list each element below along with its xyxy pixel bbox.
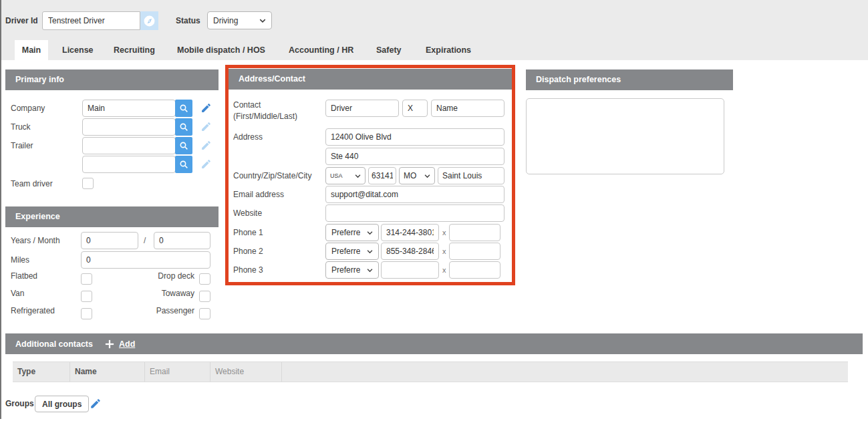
month-input[interactable] [154, 232, 210, 249]
additional-contacts-bar: Additional contacts Add [5, 333, 863, 354]
trailer2-edit-pencil-icon[interactable] [200, 158, 212, 170]
middle-name-input[interactable] [402, 100, 428, 117]
towaway-label: Towaway [120, 288, 194, 299]
company-edit-pencil-icon[interactable] [200, 102, 212, 114]
address-line2-input[interactable] [325, 148, 504, 165]
website-input[interactable] [325, 204, 504, 222]
zip-input[interactable] [368, 167, 396, 184]
last-name-input[interactable] [431, 100, 504, 117]
driver-id-input[interactable] [42, 11, 140, 30]
phone1-ext-label: x [442, 224, 446, 241]
column-header-type[interactable]: Type [13, 362, 70, 382]
country-zip-state-city-label: Country/Zip/State/City [233, 167, 311, 184]
tab-accounting-hr[interactable]: Accounting / HR [281, 40, 361, 60]
miles-input[interactable] [81, 251, 210, 269]
refrigerated-label: Refrigerated [11, 305, 55, 317]
email-label: Email address [233, 186, 284, 203]
refrigerated-checkbox[interactable] [81, 308, 92, 319]
phone2-type-value: Preferre [331, 247, 360, 256]
all-groups-button[interactable]: All groups [35, 396, 89, 412]
flatbed-checkbox[interactable] [81, 273, 92, 285]
towaway-checkbox[interactable] [199, 291, 210, 302]
chevron-down-icon [259, 17, 267, 25]
drop-deck-checkbox[interactable] [199, 273, 210, 285]
phone2-number-input[interactable] [381, 243, 439, 260]
column-header-email[interactable]: Email [145, 362, 210, 382]
search-icon [178, 122, 189, 132]
phone1-number-input[interactable] [381, 224, 439, 241]
chevron-down-icon [424, 172, 431, 180]
chevron-down-icon [354, 172, 361, 180]
trailer-search-button[interactable] [175, 137, 192, 154]
tab-recruiting[interactable]: Recruiting [106, 40, 163, 60]
company-search-button[interactable] [175, 100, 192, 117]
dispatch-preferences-textarea[interactable] [526, 98, 724, 174]
chevron-down-icon [366, 229, 374, 237]
column-header-name[interactable]: Name [70, 362, 145, 382]
driver-id-group [42, 11, 158, 30]
country-select[interactable]: USA [325, 167, 366, 184]
search-icon [178, 103, 189, 114]
groups-edit-pencil-icon[interactable] [90, 398, 102, 410]
address-label: Address [233, 128, 263, 146]
flatbed-label: Flatbed [11, 271, 37, 282]
tab-main[interactable]: Main [15, 40, 48, 60]
company-label: Company [11, 100, 45, 117]
miles-label: Miles [11, 251, 29, 269]
phone2-type-select[interactable]: Preferre [325, 243, 379, 260]
phone3-ext-input[interactable] [449, 261, 500, 279]
address-line1-input[interactable] [325, 128, 504, 146]
phone3-type-select[interactable]: Preferre [325, 261, 379, 279]
phone1-type-select[interactable]: Preferre [325, 224, 379, 241]
plus-icon [105, 339, 114, 349]
truck-search-button[interactable] [175, 118, 192, 136]
driver-profile-page: Driver Id Status Driving Main License Re… [0, 0, 868, 429]
phone2-ext-label: x [442, 243, 446, 260]
dispatch-preferences-header: Dispatch preferences [526, 69, 733, 90]
phone3-type-value: Preferre [331, 265, 360, 275]
trailer-label: Trailer [11, 137, 33, 154]
phone1-type-value: Preferre [331, 228, 360, 237]
state-select[interactable]: MO [399, 167, 435, 184]
drop-deck-label: Drop deck [120, 271, 194, 282]
company-input[interactable] [82, 100, 176, 117]
status-select[interactable]: Driving [207, 11, 272, 29]
truck-edit-pencil-icon[interactable] [200, 121, 212, 132]
team-driver-checkbox[interactable] [82, 178, 94, 189]
trailer2-input[interactable] [82, 156, 176, 173]
phone3-number-input[interactable] [381, 261, 439, 279]
tab-expirations[interactable]: Expirations [418, 40, 479, 60]
years-input[interactable] [81, 232, 138, 249]
email-input[interactable] [325, 186, 504, 203]
phone3-ext-label: x [442, 261, 446, 279]
add-contact-link[interactable]: Add [119, 339, 135, 349]
phone1-ext-input[interactable] [449, 224, 500, 241]
address-contact-header: Address/Contact [229, 69, 512, 90]
passenger-label: Passenger [120, 305, 194, 317]
search-icon [178, 140, 189, 151]
van-checkbox[interactable] [81, 291, 92, 302]
passenger-checkbox[interactable] [199, 308, 210, 319]
first-name-input[interactable] [325, 100, 399, 117]
contact-label-line2: (First/Middle/Last) [233, 112, 297, 122]
additional-contacts-table-header: Type Name Email Website [13, 362, 848, 382]
team-driver-label: Team driver [11, 175, 53, 192]
chevron-down-icon [366, 248, 374, 255]
tab-license[interactable]: License [54, 40, 102, 60]
years-month-label: Years / Month [11, 232, 60, 249]
truck-label: Truck [11, 118, 31, 136]
additional-contacts-title: Additional contacts [15, 339, 93, 349]
trailer-input[interactable] [82, 137, 176, 154]
phone2-ext-input[interactable] [449, 243, 500, 260]
contact-label-line1: Contact [233, 100, 261, 110]
tab-mobile-dispatch-hos[interactable]: Mobile dispatch / HOS [169, 40, 273, 60]
truck-input[interactable] [82, 118, 176, 136]
trailer-edit-pencil-icon[interactable] [200, 140, 212, 151]
trailer2-search-button[interactable] [175, 156, 192, 173]
tab-safety[interactable]: Safety [368, 40, 410, 60]
status-value: Driving [213, 16, 238, 25]
column-header-website[interactable]: Website [210, 362, 282, 382]
city-input[interactable] [438, 167, 504, 184]
driver-lookup-button[interactable] [140, 11, 158, 30]
experience-header: Experience [5, 206, 219, 227]
